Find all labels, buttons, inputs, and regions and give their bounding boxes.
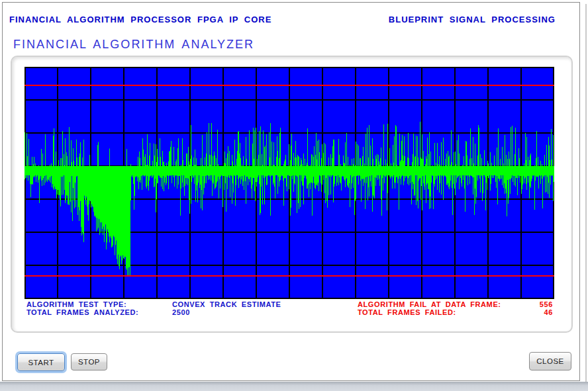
stat-test-type-label: ALGORITHM TEST TYPE: (26, 300, 126, 308)
stat-test-type-value: CONVEX TRACK ESTIMATE (172, 300, 281, 308)
stat-frames-failed-label: TOTAL FRAMES FAILED: (358, 308, 456, 316)
stat-frames-analyzed-value: 2500 (172, 308, 190, 316)
stop-button[interactable]: STOP (71, 353, 107, 370)
stat-fail-frame-value: 556 (503, 300, 553, 308)
background-window-edge (585, 4, 587, 391)
header-title-right: BLUEPRINT SIGNAL PROCESSING (389, 15, 556, 24)
header-title-left: FINANCIAL ALGORITHM PROCESSOR FPGA IP CO… (9, 15, 271, 24)
analyzer-canvas (24, 67, 554, 299)
panel-title: FINANCIAL ALGORITHM ANALYZER (13, 38, 254, 52)
stat-frames-analyzed-label: TOTAL FRAMES ANALYZED: (26, 308, 138, 316)
start-button[interactable]: START (17, 353, 65, 371)
window-frame: FINANCIAL ALGORITHM PROCESSOR FPGA IP CO… (2, 2, 580, 381)
close-button[interactable]: CLOSE (529, 352, 571, 370)
app-window: FINANCIAL ALGORITHM PROCESSOR FPGA IP CO… (0, 0, 588, 391)
stat-frames-failed-value: 46 (503, 308, 553, 316)
stat-fail-frame-label: ALGORITHM FAIL AT DATA FRAME: (358, 300, 501, 308)
background-window-bottom (0, 382, 588, 391)
